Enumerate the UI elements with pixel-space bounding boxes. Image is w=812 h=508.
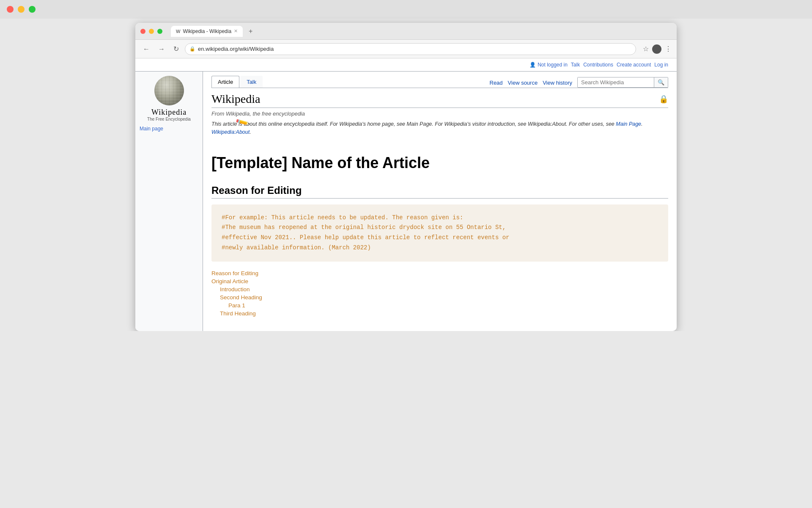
toc-link-second-heading[interactable]: Second Heading — [220, 294, 668, 301]
article-section1-heading: Reason for Editing — [211, 185, 668, 199]
tab-favicon: W — [176, 29, 180, 34]
wiki-tabs: Article Talk Read View source View histo… — [211, 76, 668, 88]
wiki-search-input[interactable] — [578, 77, 654, 87]
new-tab-button[interactable]: + — [249, 28, 252, 35]
wiki-search-box: 🔍 — [577, 77, 668, 88]
wiki-article-header: Wikipedia 🔒 — [211, 92, 668, 108]
address-bar[interactable]: 🔒 en.wikipedia.org/wiki/Wikipedia — [185, 43, 636, 55]
tab-close-button[interactable]: ✕ — [234, 28, 238, 34]
forward-button[interactable]: → — [156, 44, 167, 55]
wiki-article-subtitle: From Wikipedia, the free encyclopedia — [211, 110, 668, 117]
browser-nav-right: ☆ ⋮ — [643, 44, 672, 54]
toc-link-reason-for-editing[interactable]: Reason for Editing — [211, 270, 668, 276]
wiki-search-button[interactable]: 🔍 — [654, 77, 668, 87]
sidebar-item-main-page[interactable]: Main page — [140, 126, 198, 132]
article-main-title: [Template] Name of the Article — [211, 154, 668, 172]
wiki-article-title-text: Wikipedia — [211, 92, 261, 106]
talk-link[interactable]: Talk — [571, 62, 580, 68]
tab-article[interactable]: Article — [211, 76, 239, 88]
os-minimize-dot[interactable] — [18, 6, 25, 13]
code-line-4: #newly available information. (March 202… — [222, 243, 658, 253]
browser-maximize-dot[interactable] — [157, 29, 162, 34]
tab-title: Wikipedia - Wikipedia — [183, 28, 231, 34]
browser-tab[interactable]: W Wikipedia - Wikipedia ✕ — [171, 26, 243, 37]
back-button[interactable]: ← — [140, 44, 152, 55]
browser-nav: ← → ↻ 🔒 en.wikipedia.org/wiki/Wikipedia … — [135, 40, 677, 58]
browser-close-dot[interactable] — [140, 29, 145, 34]
article-code-block: #For example: This article needs to be u… — [211, 204, 668, 262]
wiki-article-notice: This article is about this online encycl… — [211, 120, 668, 136]
tab-view-source[interactable]: View source — [508, 80, 538, 86]
os-bar — [0, 0, 812, 19]
address-text: en.wikipedia.org/wiki/Wikipedia — [198, 46, 274, 52]
wiki-tab-actions: Read View source View history — [490, 80, 573, 88]
contributions-link[interactable]: Contributions — [583, 62, 613, 68]
browser-minimize-dot[interactable] — [149, 29, 154, 34]
wiki-globe — [154, 76, 184, 105]
wiki-notice-container: This article is about this online encycl… — [211, 120, 668, 141]
ssl-lock-icon: 🔒 — [189, 46, 195, 52]
os-close-dot[interactable] — [7, 6, 14, 13]
article-section: [Template] Name of the Article Reason fo… — [211, 141, 668, 327]
os-maximize-dot[interactable] — [29, 6, 36, 13]
table-of-contents: Reason for Editing Original Article Intr… — [211, 270, 668, 317]
bookmark-icon[interactable]: ☆ — [643, 45, 649, 53]
refresh-button[interactable]: ↻ — [171, 43, 181, 55]
create-account-link[interactable]: Create account — [617, 62, 651, 68]
toc-link-para1[interactable]: Para 1 — [228, 302, 668, 309]
code-line-1: #For example: This article needs to be u… — [222, 213, 658, 223]
toc-link-original-article[interactable]: Original Article — [211, 278, 668, 284]
wiki-tagline: The Free Encyclopedia — [140, 117, 198, 121]
user-icon: 👤 — [529, 62, 536, 68]
wiki-logo: Wikipedia The Free Encyclopedia — [140, 76, 198, 121]
tab-read[interactable]: Read — [490, 80, 503, 86]
code-line-2: #The museum has reopened at the original… — [222, 223, 658, 233]
wiki-wordmark: Wikipedia — [140, 108, 198, 117]
not-logged-in-text: Not logged in — [538, 62, 568, 68]
browser-menu-icon[interactable]: ⋮ — [665, 45, 672, 53]
browser-titlebar: W Wikipedia - Wikipedia ✕ + — [135, 23, 677, 40]
toc-link-third-heading[interactable]: Third Heading — [220, 310, 668, 317]
tab-view-history[interactable]: View history — [543, 80, 572, 86]
wiki-sidebar: Wikipedia The Free Encyclopedia Main pag… — [135, 72, 203, 331]
wiki-main-content: Article Talk Read View source View histo… — [203, 72, 677, 331]
browser-window: W Wikipedia - Wikipedia ✕ + ← → ↻ 🔒 en.w… — [135, 23, 677, 331]
main-page-link[interactable]: Main Page — [616, 121, 641, 127]
log-in-link[interactable]: Log in — [654, 62, 668, 68]
toc-link-introduction[interactable]: Introduction — [220, 286, 668, 293]
user-avatar[interactable] — [652, 44, 661, 54]
wiki-body: Wikipedia The Free Encyclopedia Main pag… — [135, 72, 677, 331]
wiki-globe-inner — [154, 76, 184, 105]
tab-talk[interactable]: Talk — [240, 76, 263, 88]
wikipedia-about-link[interactable]: Wikipedia:About — [211, 129, 250, 135]
wiki-page: 👤 Not logged in Talk Contributions Creat… — [135, 58, 677, 331]
code-line-3: #effective Nov 2021.. Please help update… — [222, 233, 658, 243]
wiki-top-header: 👤 Not logged in Talk Contributions Creat… — [135, 58, 677, 72]
wiki-header-links: 👤 Not logged in Talk Contributions Creat… — [529, 62, 668, 68]
wiki-lock-icon: 🔒 — [659, 94, 668, 104]
